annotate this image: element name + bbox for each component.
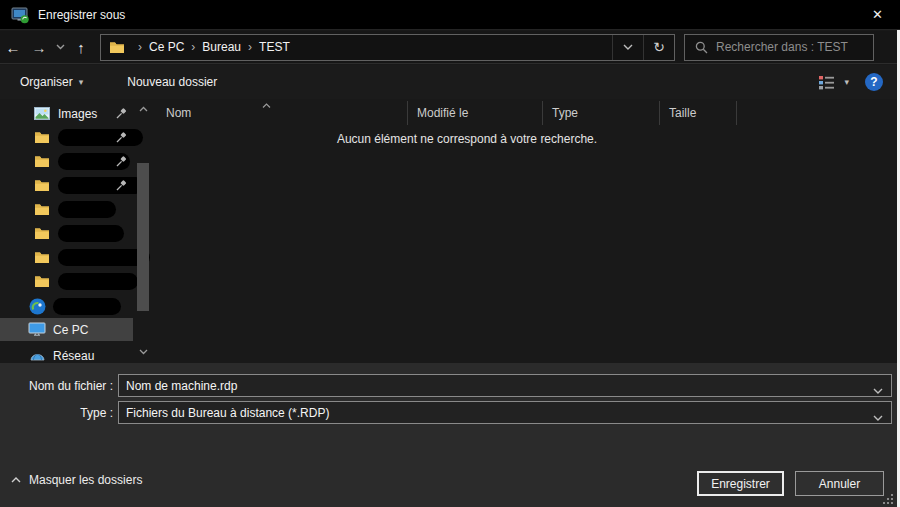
sidebar-item-ce-pc[interactable]: Ce PC [0, 318, 133, 341]
sidebar-item-label: Réseau [53, 349, 94, 363]
crumb-separator-icon: › [241, 40, 259, 54]
new-folder-button[interactable]: Nouveau dossier [117, 69, 227, 95]
pin-icon [116, 180, 127, 191]
organize-label: Organiser [20, 75, 73, 89]
folder-icon [33, 227, 51, 240]
filename-input[interactable] [119, 379, 839, 393]
file-fields-panel: Nom du fichier : Type : Fichiers du Bure… [0, 363, 897, 460]
folder-icon [33, 179, 51, 192]
resize-grip[interactable] [883, 494, 894, 505]
close-button[interactable]: ✕ [855, 0, 900, 29]
column-header-nom[interactable]: Nom [150, 101, 408, 125]
organize-button[interactable]: Organiser ▾ [10, 69, 93, 95]
search-input[interactable] [716, 40, 866, 54]
remote-desktop-icon [11, 6, 30, 24]
search-box[interactable] [684, 34, 874, 61]
help-icon: ? [870, 75, 877, 89]
sidebar-item-folder-redacted[interactable] [0, 198, 133, 221]
filename-combo[interactable] [118, 374, 892, 397]
sidebar-item-folder-redacted[interactable] [0, 150, 133, 173]
folder-icon [33, 203, 51, 216]
chevron-down-icon: ▾ [79, 77, 84, 87]
pin-icon [116, 108, 127, 119]
breadcrumb-test[interactable]: TEST [259, 40, 290, 54]
column-header-taille[interactable]: Taille [660, 101, 737, 125]
search-icon [695, 41, 708, 54]
redacted-label [53, 298, 121, 315]
save-button[interactable]: Enregistrer [697, 471, 784, 496]
sidebar-item-label: Ce PC [53, 323, 88, 337]
onedrive-icon [28, 298, 46, 315]
window-title: Enregistrer sous [38, 8, 125, 22]
save-as-dialog: Enregistrer sous ✕ ← → ↑ › Ce PC › Burea… [0, 0, 900, 507]
crumb-separator-icon: › [184, 40, 202, 54]
details-view-icon [818, 75, 835, 90]
empty-list-message: Aucun élément ne correspond à votre rech… [337, 132, 597, 146]
dialog-content: Images [0, 99, 897, 363]
chevron-down-icon[interactable]: ▾ [844, 77, 849, 87]
new-folder-label: Nouveau dossier [127, 75, 217, 89]
address-dropdown-chevron-icon[interactable] [612, 35, 643, 60]
refresh-icon[interactable]: ↻ [643, 35, 674, 60]
chevron-up-icon [11, 477, 21, 483]
dialog-footer: Masquer les dossiers Enregistrer Annuler [0, 460, 897, 507]
column-header-type[interactable]: Type [543, 101, 660, 125]
folder-icon [109, 41, 125, 54]
sidebar-item-label: Images [58, 107, 97, 121]
sidebar-item-folder-redacted[interactable] [0, 246, 133, 269]
filetype-label: Type : [0, 406, 113, 420]
sidebar-item-folder-redacted[interactable] [0, 270, 133, 293]
scrollbar-thumb[interactable] [137, 163, 149, 311]
folder-icon [33, 155, 51, 168]
history-chevron-icon[interactable] [52, 44, 68, 50]
redacted-label [58, 225, 124, 242]
pin-icon [116, 132, 127, 143]
filename-row: Nom du fichier : [0, 374, 897, 397]
breadcrumb-bureau[interactable]: Bureau [202, 40, 241, 54]
redacted-label [58, 273, 138, 290]
hide-folders-toggle[interactable]: Masquer les dossiers [11, 473, 142, 487]
redacted-label [58, 201, 116, 218]
scroll-down-icon[interactable] [138, 349, 148, 355]
sidebar-item-folder-redacted[interactable] [0, 174, 133, 197]
breadcrumb-ce-pc[interactable]: Ce PC [149, 40, 184, 54]
filetype-row: Type : Fichiers du Bureau à distance (*.… [0, 401, 897, 424]
network-icon [28, 349, 46, 363]
redacted-label [58, 129, 143, 146]
sidebar-item-reseau[interactable]: Réseau [0, 344, 133, 363]
column-header-modifie-le[interactable]: Modifié le [408, 101, 543, 125]
hide-folders-label: Masquer les dossiers [29, 473, 142, 487]
command-toolbar: Organiser ▾ Nouveau dossier ▾ ? [0, 65, 897, 99]
help-button[interactable]: ? [865, 73, 883, 91]
filename-label: Nom du fichier : [0, 379, 113, 393]
forward-icon[interactable]: → [26, 39, 52, 56]
pin-icon [116, 156, 127, 167]
navigation-pane: Images [0, 99, 150, 363]
folder-icon [33, 131, 51, 144]
column-headers: Nom Modifié le Type Taille [150, 101, 897, 125]
crumb-separator-icon: › [131, 40, 149, 54]
sidebar-item-folder-redacted[interactable] [0, 222, 133, 245]
address-bar[interactable]: › Ce PC › Bureau › TEST ↻ [100, 34, 675, 61]
cancel-button[interactable]: Annuler [795, 471, 884, 496]
sidebar-item-folder-redacted[interactable] [0, 126, 133, 149]
view-mode-button[interactable]: ▾ [818, 75, 849, 90]
title-bar: Enregistrer sous ✕ [0, 0, 900, 30]
up-icon[interactable]: ↑ [68, 39, 94, 56]
chevron-down-icon[interactable] [873, 410, 883, 424]
back-icon[interactable]: ← [0, 39, 26, 56]
sidebar-item-onedrive-redacted[interactable] [0, 295, 133, 318]
filetype-value: Fichiers du Bureau à distance (*.RDP) [119, 406, 329, 420]
scroll-up-icon[interactable] [138, 106, 148, 112]
redacted-label [58, 177, 144, 194]
close-icon: ✕ [872, 7, 883, 22]
navigation-bar: ← → ↑ › Ce PC › Bureau › TEST ↻ [0, 31, 897, 64]
folder-icon [33, 251, 51, 264]
pictures-icon [33, 107, 51, 120]
filetype-select[interactable]: Fichiers du Bureau à distance (*.RDP) [118, 401, 892, 424]
chevron-down-icon[interactable] [873, 383, 883, 397]
toolbar-right-group: ▾ ? [818, 73, 897, 91]
sidebar-item-images[interactable]: Images [0, 102, 133, 125]
computer-icon [28, 322, 46, 337]
sidebar-scrollbar[interactable] [136, 99, 150, 363]
